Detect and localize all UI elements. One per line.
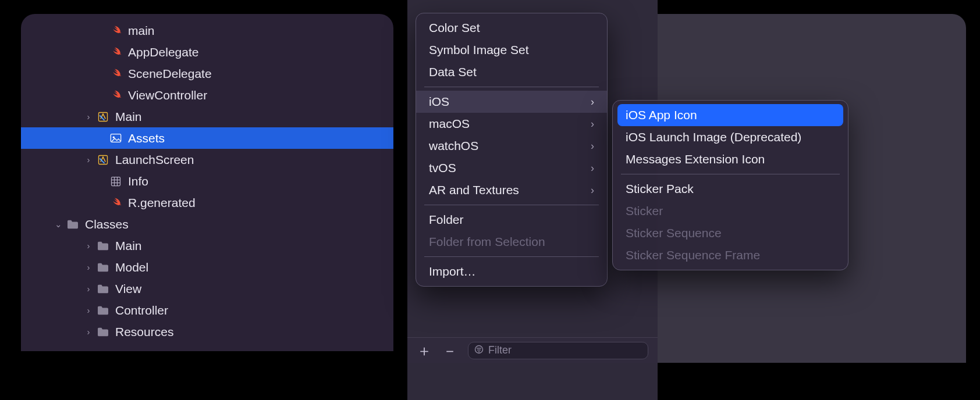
- disclosure-triangle[interactable]: ›: [84, 112, 93, 122]
- menu-item[interactable]: Data Set: [416, 61, 607, 83]
- menu-item-label: Sticker Sequence Frame: [626, 248, 760, 262]
- disclosure-triangle[interactable]: ›: [84, 262, 93, 272]
- menu-separator: [621, 174, 840, 174]
- menu-item[interactable]: macOS›: [416, 113, 607, 135]
- menu-item-label: Messages Extension Icon: [626, 152, 765, 166]
- menu-separator: [424, 87, 599, 87]
- menu-item-label: Sticker Pack: [626, 182, 694, 196]
- navigator-row[interactable]: SceneDelegate: [21, 63, 393, 84]
- navigator-row[interactable]: ›Main: [21, 106, 393, 127]
- menu-item[interactable]: Symbol Image Set: [416, 39, 607, 61]
- folder-icon: [97, 240, 109, 252]
- chevron-right-icon: ›: [591, 118, 594, 130]
- storyboard-icon: [97, 153, 109, 166]
- swift-icon: [109, 89, 122, 102]
- menu-item[interactable]: AR and Textures›: [416, 179, 607, 201]
- menu-item: Sticker Sequence: [613, 222, 848, 244]
- menu-item[interactable]: Messages Extension Icon: [613, 148, 848, 170]
- navigator-row[interactable]: ⌄Classes: [21, 213, 393, 235]
- navigator-label: ViewController: [128, 88, 207, 102]
- chevron-right-icon: ›: [591, 162, 594, 174]
- menu-separator: [424, 205, 599, 205]
- navigator-row[interactable]: ›Controller: [21, 299, 393, 321]
- navigator-label: Info: [128, 174, 148, 188]
- navigator-label: Main: [115, 239, 142, 253]
- menu-separator: [424, 256, 599, 257]
- context-menu: Color SetSymbol Image SetData SetiOS›mac…: [416, 13, 608, 287]
- navigator-label: Main: [115, 110, 142, 124]
- chevron-right-icon: ›: [591, 140, 594, 152]
- folder-icon: [97, 304, 109, 317]
- menu-item[interactable]: iOS›: [416, 91, 607, 113]
- menu-item-label: tvOS: [429, 161, 456, 175]
- add-button[interactable]: ＋: [417, 343, 432, 358]
- navigator-label: View: [115, 282, 141, 296]
- menu-item[interactable]: Folder: [416, 209, 607, 231]
- context-submenu-ios: iOS App IconiOS Launch Image (Deprecated…: [612, 100, 848, 270]
- filter-input[interactable]: [488, 344, 642, 356]
- plist-icon: [109, 175, 122, 188]
- menu-item[interactable]: Sticker Pack: [613, 178, 848, 200]
- navigator-row[interactable]: ›View: [21, 278, 393, 299]
- menu-item-label: watchOS: [429, 139, 478, 153]
- navigator-label: Classes: [85, 217, 129, 231]
- navigator-row[interactable]: Assets: [21, 127, 393, 149]
- menu-item[interactable]: Color Set: [416, 17, 607, 39]
- menu-item[interactable]: Import…: [416, 260, 607, 283]
- project-navigator: mainAppDelegateSceneDelegateViewControll…: [21, 14, 393, 351]
- menu-item[interactable]: iOS App Icon: [617, 104, 843, 126]
- disclosure-triangle[interactable]: ›: [84, 327, 93, 337]
- menu-item-label: Color Set: [429, 21, 480, 35]
- disclosure-triangle[interactable]: ›: [84, 284, 93, 294]
- filter-icon: [474, 344, 484, 357]
- navigator-row[interactable]: ›Resources: [21, 321, 393, 342]
- menu-item-label: Import…: [429, 265, 476, 278]
- menu-item-label: iOS Launch Image (Deprecated): [626, 130, 801, 144]
- navigator-row[interactable]: ›Main: [21, 235, 393, 256]
- disclosure-triangle[interactable]: ⌄: [54, 219, 63, 230]
- navigator-row[interactable]: main: [21, 20, 393, 41]
- navigator-label: SceneDelegate: [128, 67, 212, 81]
- navigator-label: AppDelegate: [128, 45, 198, 59]
- disclosure-triangle[interactable]: ›: [84, 241, 93, 251]
- disclosure-triangle[interactable]: ›: [84, 155, 93, 165]
- swift-icon: [109, 46, 122, 59]
- filter-field[interactable]: [468, 342, 648, 359]
- menu-item-label: AR and Textures: [429, 183, 519, 197]
- navigator-label: R.generated: [128, 196, 196, 210]
- menu-item-label: iOS: [429, 95, 449, 109]
- chevron-right-icon: ›: [591, 184, 594, 197]
- menu-item-label: Symbol Image Set: [429, 43, 529, 57]
- disclosure-triangle[interactable]: ›: [84, 305, 93, 315]
- folder-icon: [66, 218, 79, 231]
- menu-item: Sticker: [613, 200, 848, 222]
- navigator-label: Assets: [128, 131, 165, 145]
- navigator-label: Resources: [115, 325, 173, 339]
- menu-item: Sticker Sequence Frame: [613, 244, 848, 266]
- menu-item: Folder from Selection: [416, 231, 607, 253]
- assets-icon: [109, 132, 122, 145]
- navigator-row[interactable]: AppDelegate: [21, 41, 393, 63]
- chevron-right-icon: ›: [591, 96, 594, 108]
- menu-item[interactable]: tvOS›: [416, 157, 607, 179]
- menu-item[interactable]: iOS Launch Image (Deprecated): [613, 126, 848, 148]
- navigator-row[interactable]: ›Model: [21, 256, 393, 278]
- navigator-label: LaunchScreen: [115, 153, 194, 167]
- swift-icon: [109, 197, 122, 209]
- menu-item-label: Folder from Selection: [429, 235, 545, 249]
- menu-item-label: iOS App Icon: [626, 108, 697, 122]
- navigator-row[interactable]: Info: [21, 170, 393, 192]
- navigator-row[interactable]: ›LaunchScreen: [21, 149, 393, 170]
- menu-item-label: Folder: [429, 213, 464, 227]
- storyboard-icon: [97, 110, 109, 123]
- navigator-row[interactable]: ViewController: [21, 84, 393, 106]
- navigator-row[interactable]: R.generated: [21, 192, 393, 213]
- menu-item-label: Sticker Sequence: [626, 226, 722, 240]
- menu-item-label: macOS: [429, 117, 470, 131]
- swift-icon: [109, 24, 122, 37]
- menu-item-label: Sticker: [626, 204, 663, 218]
- remove-button[interactable]: －: [442, 343, 457, 358]
- folder-icon: [97, 261, 109, 274]
- menu-item[interactable]: watchOS›: [416, 135, 607, 157]
- swift-icon: [109, 67, 122, 80]
